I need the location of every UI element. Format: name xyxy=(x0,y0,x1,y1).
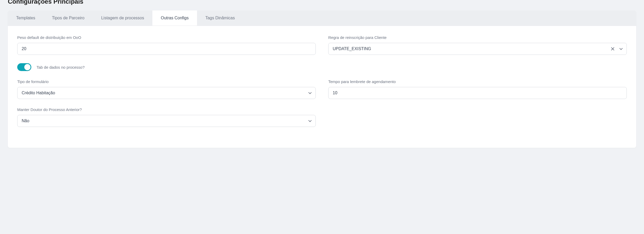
tipo-formulario-label: Tipo de formulário xyxy=(17,79,316,84)
tipo-formulario-select[interactable]: Crédito Habitação xyxy=(17,87,316,99)
tab-dados-label: Tab de dados no processo? xyxy=(37,65,85,69)
field-tipo-formulario: Tipo de formulário Crédito Habitação xyxy=(17,79,316,99)
peso-default-input[interactable] xyxy=(17,43,316,55)
tab-templates[interactable]: Templates xyxy=(8,10,44,26)
field-regra-reinscricao: Regra de reinscrição para Cliente UPDATE… xyxy=(328,35,627,55)
toggle-knob xyxy=(24,64,31,70)
page-title: Configurações Principais xyxy=(0,0,644,10)
manter-doutor-select[interactable]: Não xyxy=(17,115,316,127)
field-peso-default: Peso default de distribuição em OoO xyxy=(17,35,316,55)
form-content: Peso default de distribuição em OoO Regr… xyxy=(8,26,636,148)
tab-tipos-parceiro[interactable]: Tipos de Parceiro xyxy=(44,10,93,26)
tab-dados-toggle[interactable] xyxy=(17,63,31,71)
peso-default-label: Peso default de distribuição em OoO xyxy=(17,35,316,40)
tab-listagem-processos[interactable]: Listagem de processos xyxy=(93,10,153,26)
tab-tags-dinamicas[interactable]: Tags Dinâmicas xyxy=(197,10,243,26)
clear-icon[interactable] xyxy=(610,46,615,51)
field-tempo-lembrete: Tempo para lembrete de agendamento xyxy=(328,79,627,99)
tab-outras-configs[interactable]: Outras Configs xyxy=(152,10,197,26)
tempo-lembrete-label: Tempo para lembrete de agendamento xyxy=(328,79,627,84)
field-manter-doutor: Manter Doutor do Processo Anterior? Não xyxy=(17,107,316,127)
tabs-container: Templates Tipos de Parceiro Listagem de … xyxy=(8,10,636,26)
manter-doutor-label: Manter Doutor do Processo Anterior? xyxy=(17,107,316,112)
regra-reinscricao-select[interactable]: UPDATE_EXISTING xyxy=(328,43,627,55)
tempo-lembrete-input[interactable] xyxy=(328,87,627,99)
main-card: Templates Tipos de Parceiro Listagem de … xyxy=(8,10,636,148)
regra-reinscricao-label: Regra de reinscrição para Cliente xyxy=(328,35,627,40)
